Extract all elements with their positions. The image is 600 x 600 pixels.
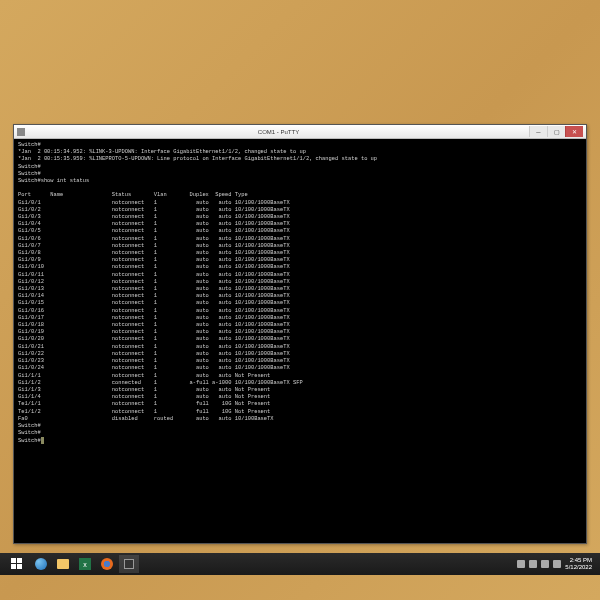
terminal-output[interactable]: Switch# *Jan 2 00:15:34.952: %LINK-3-UPD… — [14, 139, 586, 543]
taskbar: x 2:45 PM 5/12/2022 — [0, 553, 600, 575]
taskbar-app-putty[interactable] — [119, 555, 139, 573]
ie-icon — [35, 558, 47, 570]
svg-rect-3 — [17, 564, 22, 569]
windows-logo-icon — [11, 558, 23, 570]
clock-time: 2:45 PM — [565, 557, 592, 564]
folder-icon — [57, 559, 69, 569]
svg-rect-2 — [11, 564, 16, 569]
putty-taskbar-icon — [124, 559, 134, 569]
close-button[interactable]: ✕ — [565, 126, 583, 137]
tray-icon[interactable] — [529, 560, 537, 568]
taskbar-app-explorer[interactable] — [53, 555, 73, 573]
system-tray: 2:45 PM 5/12/2022 — [517, 557, 596, 571]
window-title: COM1 - PuTTY — [28, 129, 529, 135]
tray-volume-icon[interactable] — [553, 560, 561, 568]
taskbar-clock[interactable]: 2:45 PM 5/12/2022 — [565, 557, 592, 571]
putty-app-icon — [17, 128, 25, 136]
firefox-icon — [101, 558, 113, 570]
start-button[interactable] — [4, 555, 30, 573]
clock-date: 5/12/2022 — [565, 564, 592, 571]
maximize-button[interactable]: ▢ — [547, 126, 565, 137]
tray-icon[interactable] — [517, 560, 525, 568]
tray-network-icon[interactable] — [541, 560, 549, 568]
taskbar-app-ie[interactable] — [31, 555, 51, 573]
minimize-button[interactable]: ─ — [529, 126, 547, 137]
taskbar-app-excel[interactable]: x — [75, 555, 95, 573]
putty-window: COM1 - PuTTY ─ ▢ ✕ Switch# *Jan 2 00:15:… — [13, 124, 587, 544]
svg-rect-0 — [11, 558, 16, 563]
titlebar[interactable]: COM1 - PuTTY ─ ▢ ✕ — [14, 125, 586, 139]
excel-icon: x — [79, 558, 91, 570]
taskbar-app-firefox[interactable] — [97, 555, 117, 573]
svg-rect-1 — [17, 558, 22, 563]
